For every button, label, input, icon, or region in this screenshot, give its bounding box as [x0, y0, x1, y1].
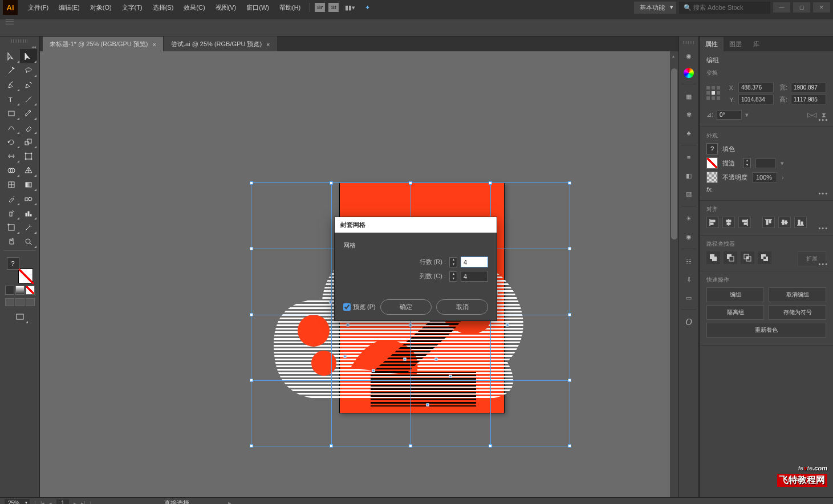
- artboards-panel-icon[interactable]: ▭: [682, 291, 695, 304]
- rectangle-tool[interactable]: [3, 106, 20, 120]
- opacity-icon[interactable]: [706, 172, 718, 183]
- pen-tool[interactable]: [3, 78, 20, 92]
- slice-tool[interactable]: [20, 220, 37, 234]
- stroke-panel-icon[interactable]: ≡: [682, 151, 695, 164]
- gpu-icon[interactable]: ✦: [361, 3, 373, 12]
- eyedropper-tool[interactable]: [3, 192, 20, 206]
- none-mode[interactable]: [26, 286, 35, 295]
- nav-next[interactable]: ▸: [74, 501, 76, 505]
- more-options-icon[interactable]: •••: [818, 225, 828, 231]
- graphic-styles-icon[interactable]: ◉: [682, 230, 695, 243]
- layers-panel-icon[interactable]: ☷: [682, 255, 695, 267]
- fx-label[interactable]: fx.: [706, 186, 713, 193]
- symbol-sprayer-tool[interactable]: [3, 206, 20, 220]
- align-vcenter[interactable]: [778, 217, 791, 228]
- stock-icon[interactable]: St: [328, 3, 339, 12]
- cols-input[interactable]: [461, 271, 488, 282]
- recolor-button[interactable]: 重新着色: [706, 323, 826, 338]
- paintbrush-tool[interactable]: [20, 106, 37, 120]
- angle-input[interactable]: [717, 110, 742, 120]
- rows-spinner[interactable]: ▴▾: [449, 257, 457, 267]
- group-button[interactable]: 编组: [706, 287, 764, 302]
- blend-tool[interactable]: [20, 192, 37, 206]
- canvas[interactable]: ▴: [40, 51, 678, 497]
- line-tool[interactable]: [20, 92, 37, 106]
- ungroup-button[interactable]: 取消编组: [769, 287, 826, 302]
- align-bottom[interactable]: [794, 217, 807, 228]
- gradient-tool[interactable]: [20, 177, 37, 192]
- cols-spinner[interactable]: ▴▾: [449, 271, 457, 282]
- search-stock-input[interactable]: 🔍 搜索 Adobe Stock: [679, 2, 770, 14]
- close-icon[interactable]: ×: [153, 41, 156, 48]
- artboard-tool[interactable]: [3, 220, 20, 234]
- more-options-icon[interactable]: •••: [818, 116, 828, 123]
- more-options-icon[interactable]: •••: [818, 190, 828, 197]
- cancel-button[interactable]: 取消: [436, 299, 488, 315]
- pf-intersect[interactable]: [741, 251, 754, 264]
- x-input[interactable]: [738, 83, 774, 92]
- screen-mode[interactable]: [11, 310, 29, 324]
- tab-file2[interactable]: 尝试.ai @ 25% (RGB/GPU 预览)×: [164, 36, 277, 51]
- arrange-icon[interactable]: ▮▮▾: [344, 3, 356, 12]
- asset-export-icon[interactable]: ⇩: [682, 273, 695, 286]
- lasso-tool[interactable]: [20, 63, 37, 78]
- more-options-icon[interactable]: •••: [818, 261, 828, 267]
- draw-inside[interactable]: [26, 298, 35, 306]
- h-input[interactable]: [791, 95, 826, 104]
- align-top[interactable]: [762, 217, 775, 228]
- w-input[interactable]: [791, 83, 826, 92]
- fill-swatch[interactable]: ?: [706, 143, 718, 155]
- scale-tool[interactable]: [20, 135, 37, 149]
- menu-view[interactable]: 视图(V): [211, 1, 241, 14]
- zoom-dropdown[interactable]: 25%: [5, 499, 30, 504]
- artboard-number[interactable]: 1: [56, 499, 69, 504]
- type-panel-icon[interactable]: O: [682, 316, 695, 328]
- fill-stroke-swatch[interactable]: ?: [7, 257, 33, 283]
- appearance-panel-icon[interactable]: ☀: [682, 212, 695, 225]
- close-icon[interactable]: ×: [266, 41, 270, 48]
- shape-builder-tool[interactable]: [3, 163, 20, 177]
- pf-minus-front[interactable]: [724, 251, 737, 264]
- stroke-swatch[interactable]: [706, 157, 718, 169]
- menu-select[interactable]: 选择(S): [148, 1, 178, 14]
- swatches-panel-icon[interactable]: ▦: [682, 90, 695, 103]
- mesh-tool[interactable]: [3, 177, 20, 192]
- hand-tool[interactable]: [3, 234, 20, 249]
- menu-window[interactable]: 窗口(W): [242, 1, 274, 14]
- magic-wand-tool[interactable]: [3, 63, 20, 78]
- color-mode[interactable]: [5, 286, 14, 295]
- type-tool[interactable]: T: [3, 92, 20, 106]
- selection-tool[interactable]: [3, 49, 20, 63]
- transparency-panel-icon[interactable]: ▨: [682, 188, 695, 200]
- menu-file[interactable]: 文件(F): [23, 1, 53, 14]
- nav-first[interactable]: |◂: [40, 501, 44, 505]
- stroke-weight[interactable]: ▴▾: [743, 158, 751, 168]
- align-left[interactable]: [706, 217, 719, 228]
- nav-prev[interactable]: ◂: [49, 501, 52, 505]
- direct-selection-tool[interactable]: [20, 49, 37, 63]
- bridge-icon[interactable]: Br: [315, 3, 325, 12]
- nav-last[interactable]: ▸|: [81, 501, 85, 505]
- tab-layers[interactable]: 图层: [724, 37, 747, 51]
- eraser-tool[interactable]: [20, 120, 37, 135]
- minimize-button[interactable]: —: [773, 2, 790, 13]
- maximize-button[interactable]: ▢: [793, 2, 810, 13]
- menu-object[interactable]: 对象(O): [86, 1, 116, 14]
- pf-unite[interactable]: [706, 251, 720, 264]
- draw-normal[interactable]: [5, 298, 14, 306]
- align-right[interactable]: [738, 217, 751, 228]
- symbols-panel-icon[interactable]: ♣: [682, 127, 695, 139]
- opacity-input[interactable]: [752, 172, 777, 182]
- tab-untitled[interactable]: 未标题-1* @ 25% (RGB/GPU 预览)×: [43, 36, 163, 51]
- rows-input[interactable]: [461, 257, 488, 267]
- save-symbol-button[interactable]: 存储为符号: [769, 305, 826, 320]
- menu-help[interactable]: 帮助(H): [275, 1, 305, 14]
- align-hcenter[interactable]: [722, 217, 735, 228]
- y-input[interactable]: [738, 95, 774, 104]
- pf-exclude[interactable]: [758, 251, 771, 264]
- tab-libraries[interactable]: 库: [747, 37, 765, 51]
- ok-button[interactable]: 确定: [380, 299, 432, 315]
- rotate-tool[interactable]: [3, 135, 20, 149]
- workspace-switcher[interactable]: 基本功能: [634, 2, 676, 14]
- menu-edit[interactable]: 编辑(E): [54, 1, 84, 14]
